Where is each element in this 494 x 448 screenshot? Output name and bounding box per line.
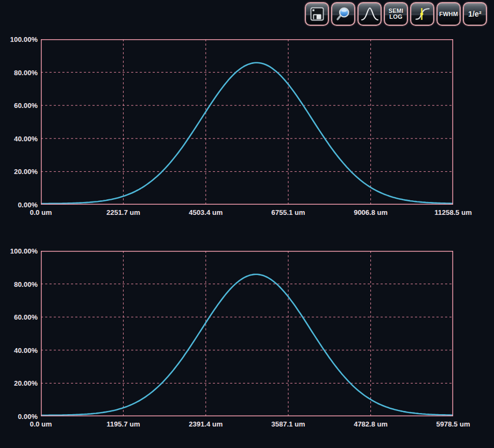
y-tick-label: 0.00%: [18, 201, 38, 209]
x-tick-label: 9006.8 um: [354, 208, 388, 216]
y-tick-label: 80.00%: [14, 280, 38, 288]
inverse-e-squared-button[interactable]: 1/e²: [463, 2, 487, 26]
x-tick-label: 3587.1 um: [271, 420, 305, 428]
knife-edge-button[interactable]: [410, 2, 434, 26]
profile-curve: [41, 63, 453, 204]
inverse-e-squared-label: 1/e²: [468, 10, 482, 18]
profile-curve: [41, 274, 453, 415]
x-tick-label: 4503.4 um: [189, 208, 223, 216]
x-tick-label: 6755.1 um: [271, 208, 305, 216]
y-tick-label: 100.00%: [10, 247, 38, 255]
plot-area[interactable]: [41, 251, 453, 416]
x-tick-label: 2391.4 um: [189, 420, 223, 428]
x-tick-label: 1195.7 um: [106, 420, 140, 428]
x-tick-label: 0.0 um: [30, 208, 52, 216]
x-axis-labels: 0.0 um1195.7 um2391.4 um3587.1 um4782.8 …: [41, 420, 453, 429]
fwhm-label: FWHM: [439, 11, 458, 17]
x-tick-label: 11258.5 um: [434, 208, 471, 216]
y-tick-label: 20.00%: [14, 379, 38, 387]
y-tick-label: 0.00%: [18, 413, 38, 421]
beam-profile-chart-top: 100.00%80.00%60.00%40.00%20.00%0.00% 0.0…: [0, 39, 494, 225]
fwhm-button[interactable]: FWHM: [436, 2, 461, 26]
x-axis-labels: 0.0 um2251.7 um4503.4 um6755.1 um9006.8 …: [41, 208, 453, 217]
beam-profile-chart-bottom: 100.00%80.00%60.00%40.00%20.00%0.00% 0.0…: [0, 251, 494, 436]
toolbar: SEMI LOG FWHM 1/e²: [305, 2, 487, 26]
x-tick-label: 0.0 um: [30, 420, 52, 428]
y-tick-label: 80.00%: [14, 68, 38, 76]
plot-area[interactable]: [41, 39, 453, 205]
y-axis-labels: 100.00%80.00%60.00%40.00%20.00%0.00%: [0, 39, 38, 205]
x-tick-label: 4782.8 um: [354, 420, 388, 428]
y-tick-label: 40.00%: [14, 134, 38, 142]
y-tick-label: 60.00%: [14, 313, 38, 321]
zoom-button[interactable]: [331, 2, 355, 26]
y-tick-label: 100.00%: [10, 35, 38, 44]
semilog-button[interactable]: SEMI LOG: [384, 2, 408, 26]
y-tick-label: 60.00%: [14, 102, 38, 110]
knife-edge-icon: [414, 6, 431, 22]
y-tick-label: 40.00%: [14, 346, 38, 354]
gaussian-curve-icon: [360, 6, 380, 22]
gaussian-fit-button[interactable]: [357, 2, 382, 26]
magnifier-icon: [335, 6, 352, 22]
x-tick-label: 2251.7 um: [106, 208, 140, 216]
save-button[interactable]: [305, 2, 329, 26]
y-axis-labels: 100.00%80.00%60.00%40.00%20.00%0.00%: [0, 251, 38, 416]
y-tick-label: 20.00%: [14, 168, 38, 176]
semilog-label-line2: LOG: [389, 14, 402, 20]
x-tick-label: 5978.5 um: [436, 420, 470, 428]
floppy-disk-icon: [309, 6, 325, 22]
